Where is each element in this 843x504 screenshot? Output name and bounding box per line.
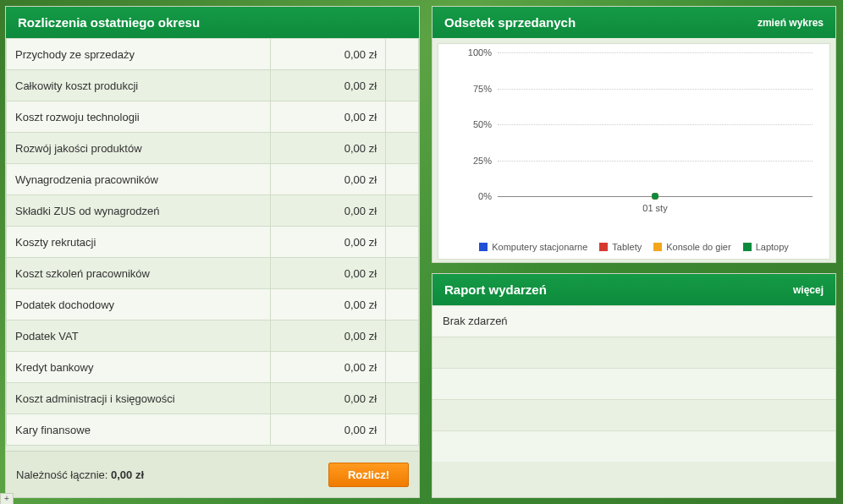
row-value: 0,00 zł — [270, 195, 385, 227]
legend-label: Tablety — [612, 242, 642, 252]
chart-y-tick: 0% — [445, 191, 492, 201]
chart-y-tick: 100% — [445, 47, 492, 58]
event-row-empty — [433, 430, 835, 462]
chart-x-tick: 01 sty — [642, 203, 667, 213]
row-value: 0,00 zł — [270, 289, 385, 320]
row-pad — [386, 101, 419, 133]
total-value: 0,00 zł — [111, 468, 144, 481]
chart-plot-area: 0%25%50%75%100%01 sty — [498, 52, 813, 196]
row-pad — [386, 414, 419, 446]
legend-item[interactable]: Konsole do gier — [653, 242, 730, 252]
row-value: 0,00 zł — [270, 70, 385, 101]
legend-item[interactable]: Komputery stacjonarne — [479, 242, 587, 252]
row-value: 0,00 zł — [270, 101, 385, 133]
row-value: 0,00 zł — [270, 227, 385, 258]
row-label: Podatek dochodowy — [7, 289, 271, 320]
row-value: 0,00 zł — [270, 383, 385, 414]
event-row-empty — [433, 337, 835, 368]
legend-item[interactable]: Laptopy — [743, 242, 789, 252]
table-row: Kredyt bankowy0,00 zł — [7, 352, 419, 383]
chart-legend: Komputery stacjonarneTabletyKonsole do g… — [438, 242, 829, 252]
row-label: Koszt rozwoju technologii — [7, 101, 271, 133]
legend-label: Komputery stacjonarne — [492, 242, 587, 252]
settlements-footer: Należność łącznie: 0,00 zł Rozlicz! — [6, 451, 419, 497]
chart-y-tick: 75% — [445, 84, 492, 94]
legend-item[interactable]: Tablety — [599, 242, 642, 252]
row-pad — [386, 195, 419, 227]
chart-header: Odsetek sprzedanych zmień wykres — [433, 7, 835, 38]
chart-gridline — [498, 89, 813, 90]
row-value: 0,00 zł — [270, 133, 385, 164]
legend-swatch — [653, 243, 662, 251]
row-label: Koszt szkoleń pracowników — [7, 258, 271, 289]
legend-label: Konsole do gier — [666, 242, 730, 252]
chart-data-point — [652, 193, 658, 200]
row-value: 0,00 zł — [270, 39, 385, 70]
table-row: Całkowity koszt produkcji0,00 zł — [7, 70, 419, 101]
table-row: Koszt rozwoju technologii0,00 zł — [7, 101, 419, 133]
row-label: Koszty rekrutacji — [7, 227, 271, 258]
row-pad — [386, 352, 419, 383]
table-row: Wynagrodzenia pracowników0,00 zł — [7, 164, 419, 195]
settlements-table: Przychody ze sprzedaży0,00 złCałkowity k… — [6, 38, 419, 446]
row-value: 0,00 zł — [270, 258, 385, 289]
row-label: Kary finansowe — [7, 414, 271, 446]
chart-gridline — [498, 124, 813, 125]
table-row: Składki ZUS od wynagrodzeń0,00 zł — [7, 195, 419, 227]
plus-tab[interactable]: + — [0, 493, 14, 504]
row-label: Koszt administracji i księgowości — [7, 383, 271, 414]
chart-title: Odsetek sprzedanych — [444, 15, 576, 30]
legend-swatch — [743, 243, 752, 251]
row-pad — [386, 39, 419, 70]
row-pad — [386, 258, 419, 289]
events-body: Brak zdarzeń — [433, 305, 835, 462]
row-pad — [386, 227, 419, 258]
table-row: Rozwój jakości produktów0,00 zł — [7, 133, 419, 164]
legend-swatch — [479, 243, 488, 251]
event-row: Brak zdarzeń — [433, 305, 835, 337]
total-label-text: Należność łącznie: — [16, 468, 107, 481]
row-label: Przychody ze sprzedaży — [7, 39, 271, 70]
settlements-header: Rozliczenia ostatniego okresu — [6, 7, 419, 38]
row-pad — [386, 164, 419, 195]
event-row-empty — [433, 399, 835, 430]
settlements-total: Należność łącznie: 0,00 zł — [16, 468, 144, 481]
legend-label: Laptopy — [756, 242, 789, 252]
chart-y-tick: 50% — [445, 119, 492, 129]
events-title: Raport wydarzeń — [444, 282, 547, 297]
settle-button[interactable]: Rozlicz! — [328, 463, 409, 487]
row-pad — [386, 320, 419, 352]
events-header: Raport wydarzeń więcej — [433, 274, 835, 305]
legend-swatch — [599, 243, 608, 251]
change-chart-link[interactable]: zmień wykres — [758, 17, 824, 29]
row-label: Kredyt bankowy — [7, 352, 271, 383]
row-value: 0,00 zł — [270, 414, 385, 446]
table-row: Koszt administracji i księgowości0,00 zł — [7, 383, 419, 414]
row-pad — [386, 70, 419, 101]
row-value: 0,00 zł — [270, 352, 385, 383]
settlements-title: Rozliczenia ostatniego okresu — [18, 15, 200, 30]
table-row: Kary finansowe0,00 zł — [7, 414, 419, 446]
events-more-link[interactable]: więcej — [793, 284, 824, 296]
row-value: 0,00 zł — [270, 164, 385, 195]
settlements-panel: Rozliczenia ostatniego okresu Przychody … — [5, 6, 420, 498]
chart-gridline — [498, 161, 813, 162]
table-row: Koszty rekrutacji0,00 zł — [7, 227, 419, 258]
row-value: 0,00 zł — [270, 320, 385, 352]
chart-body: 0%25%50%75%100%01 sty Komputery stacjona… — [438, 43, 830, 260]
event-row-empty — [433, 368, 835, 399]
table-row: Przychody ze sprzedaży0,00 zł — [7, 39, 419, 70]
row-label: Podatek VAT — [7, 320, 271, 352]
row-label: Wynagrodzenia pracowników — [7, 164, 271, 195]
row-pad — [386, 289, 419, 320]
chart-panel: Odsetek sprzedanych zmień wykres 0%25%50… — [432, 6, 836, 263]
row-pad — [386, 383, 419, 414]
chart-gridline — [498, 52, 813, 53]
events-panel: Raport wydarzeń więcej Brak zdarzeń — [432, 273, 836, 498]
chart-y-tick: 25% — [445, 156, 492, 166]
table-row: Podatek VAT0,00 zł — [7, 320, 419, 352]
table-row: Podatek dochodowy0,00 zł — [7, 289, 419, 320]
row-label: Całkowity koszt produkcji — [7, 70, 271, 101]
row-pad — [386, 133, 419, 164]
row-label: Składki ZUS od wynagrodzeń — [7, 195, 271, 227]
